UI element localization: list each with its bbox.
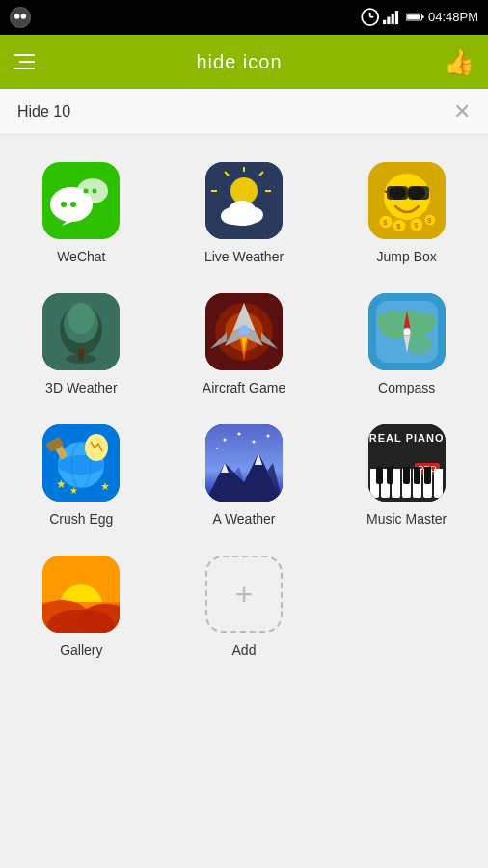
add-icon[interactable]: + <box>205 556 283 633</box>
svg-point-53 <box>66 354 96 364</box>
thumbs-up-icon[interactable]: 👍 <box>444 47 474 77</box>
wechat-label: WeChat <box>57 249 105 264</box>
svg-point-90 <box>216 448 218 449</box>
crush-egg-label: Crush Egg <box>49 511 113 527</box>
app-item-gallery[interactable]: Gallery <box>0 538 163 669</box>
svg-text:$: $ <box>383 218 388 227</box>
app-item-crush-egg[interactable]: ★ ★ ★ Crush Egg <box>0 407 163 538</box>
status-right: 04:48PM <box>361 8 478 26</box>
app-item-a-weather[interactable]: A Weather <box>163 407 326 538</box>
svg-rect-7 <box>388 17 391 25</box>
live-weather-label: Live Weather <box>204 249 284 264</box>
svg-point-75 <box>85 434 108 461</box>
app-item-aircraft[interactable]: Aircraft Game <box>163 276 326 407</box>
svg-text:★: ★ <box>69 485 78 496</box>
svg-text:★: ★ <box>100 480 110 492</box>
gallery-icon <box>42 556 120 633</box>
jump-box-icon: $ $ $ $ <box>368 162 446 239</box>
a-weather-icon <box>205 424 283 502</box>
piano-icon: REAL PIANO PRO <box>368 424 446 502</box>
app-item-piano[interactable]: REAL PIANO PRO <box>325 407 488 538</box>
live-weather-icon <box>205 162 283 239</box>
clock-icon <box>361 8 379 26</box>
app-item-wechat[interactable]: WeChat <box>0 145 163 276</box>
svg-marker-19 <box>62 220 77 226</box>
svg-point-30 <box>229 201 256 220</box>
jump-box-label: Jump Box <box>377 249 437 264</box>
app-item-compass[interactable]: Compass <box>325 276 488 407</box>
signal-icon <box>383 9 401 25</box>
svg-point-17 <box>84 189 89 194</box>
svg-rect-35 <box>387 186 408 200</box>
svg-rect-11 <box>421 16 423 19</box>
svg-rect-8 <box>392 14 394 25</box>
a-weather-label: A Weather <box>212 511 275 527</box>
svg-point-1 <box>14 14 20 19</box>
svg-rect-12 <box>407 15 420 20</box>
svg-point-21 <box>230 177 258 204</box>
svg-point-88 <box>252 441 255 444</box>
svg-point-2 <box>21 14 27 19</box>
svg-point-87 <box>237 433 240 436</box>
app-item-jump-box[interactable]: $ $ $ $ Jump Box <box>325 145 488 276</box>
time-display: 04:48PM <box>428 10 478 24</box>
crush-egg-icon: ★ ★ ★ <box>42 424 120 502</box>
svg-text:$: $ <box>414 221 419 230</box>
compass-icon <box>368 293 446 370</box>
top-bar: hide icon 👍 <box>0 35 488 89</box>
svg-rect-36 <box>408 186 429 200</box>
svg-point-68 <box>403 328 411 336</box>
menu-icon[interactable] <box>14 54 35 69</box>
piano-label: Music Master <box>366 511 447 527</box>
svg-point-51 <box>68 303 95 334</box>
app-item-add[interactable]: + Add <box>163 538 326 669</box>
svg-text:$: $ <box>396 222 401 231</box>
svg-point-15 <box>61 202 67 207</box>
app-item-live-weather[interactable]: Live Weather <box>163 145 326 276</box>
svg-text:★: ★ <box>56 477 67 491</box>
3d-weather-label: 3D Weather <box>45 380 117 395</box>
3d-weather-icon <box>42 293 120 370</box>
compass-label: Compass <box>378 380 435 395</box>
svg-text:$: $ <box>427 216 432 225</box>
aircraft-label: Aircraft Game <box>203 380 285 395</box>
svg-point-89 <box>266 435 269 438</box>
svg-point-0 <box>11 8 30 27</box>
avatar <box>10 7 31 28</box>
add-plus: + <box>235 577 254 612</box>
top-bar-title: hide icon <box>196 51 282 73</box>
close-button[interactable]: ✕ <box>453 99 471 124</box>
battery-icon <box>406 12 424 22</box>
status-bar: 04:48PM <box>0 0 488 35</box>
sub-bar: Hide 10 ✕ <box>0 89 488 135</box>
app-grid: WeChat Live Weather <box>0 135 488 679</box>
status-left <box>10 7 31 28</box>
wechat-icon <box>42 162 120 239</box>
gallery-label: Gallery <box>60 642 102 658</box>
svg-point-59 <box>239 325 249 335</box>
svg-point-18 <box>93 189 97 194</box>
svg-point-16 <box>70 202 76 207</box>
aircraft-icon <box>205 293 283 370</box>
hide-count: Hide 10 <box>17 103 70 121</box>
svg-rect-6 <box>383 20 386 24</box>
add-label: Add <box>232 642 257 658</box>
app-item-3d-weather[interactable]: 3D Weather <box>0 276 163 407</box>
svg-point-86 <box>223 439 226 442</box>
svg-rect-9 <box>395 12 398 25</box>
